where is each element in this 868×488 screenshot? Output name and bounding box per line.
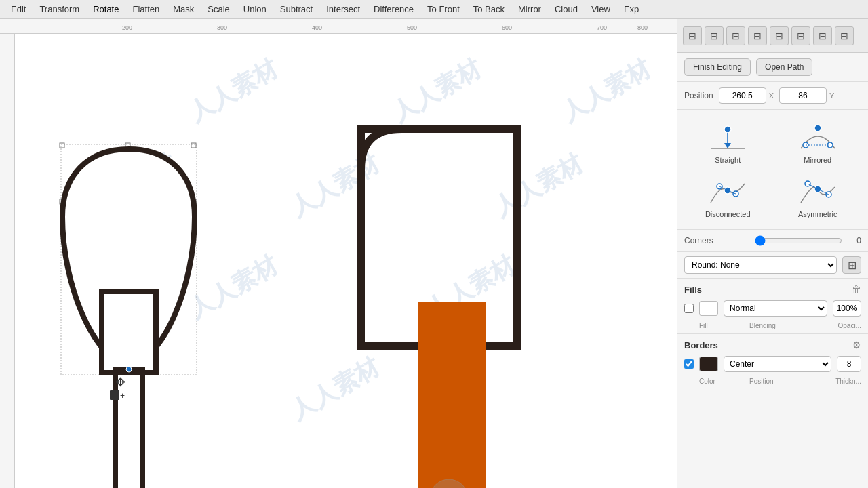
canvas-area[interactable]: // We'll draw ticks via inline SVG eleme…	[0, 19, 677, 488]
round-select[interactable]: Round: None Round: All Round: Some	[684, 256, 837, 274]
fills-section: Fills 🗑 Normal Multiply Screen Fill Blen…	[677, 279, 868, 334]
border-position-label: Position	[749, 378, 830, 385]
corners-label: Corners	[684, 236, 749, 245]
fill-opacity-input[interactable]	[833, 300, 861, 317]
ruler-label-800: 800	[637, 24, 648, 31]
round-row: Round: None Round: All Round: Some ⊞	[677, 252, 868, 279]
straight-label: Straight	[715, 156, 741, 164]
fill-color-label: Fill	[699, 322, 719, 329]
corners-slider[interactable]	[755, 235, 842, 246]
open-path-button[interactable]: Open Path	[756, 58, 812, 76]
align-btn-8[interactable]: ⊟	[835, 26, 854, 45]
mirrored-icon	[797, 121, 838, 155]
align-btn-7[interactable]: ⊟	[813, 26, 832, 45]
borders-gear-icon[interactable]: ⚙	[852, 340, 861, 350]
svg-marker-20	[724, 143, 731, 148]
border-thickness-input[interactable]	[837, 356, 861, 372]
asymmetric-label: Asymmetric	[798, 210, 837, 218]
ruler-label-700: 700	[597, 24, 607, 31]
node-type-mirrored[interactable]: Mirrored	[774, 117, 862, 168]
ruler-top: // We'll draw ticks via inline SVG eleme…	[0, 19, 677, 34]
svg-point-22	[814, 125, 821, 131]
corners-row: Corners 0	[677, 230, 868, 252]
finish-editing-button[interactable]: Finish Editing	[684, 58, 751, 76]
menu-cloud[interactable]: Cloud	[549, 3, 583, 16]
border-thickness-label: Thickn...	[835, 378, 861, 385]
svg-rect-11	[110, 390, 119, 400]
y-axis-label: Y	[829, 92, 834, 100]
node-types: Straight Mirrored	[677, 110, 868, 230]
menu-transform[interactable]: Transform	[34, 3, 85, 16]
canvas-svg: ✥ + 人人素材 人人素材	[15, 34, 677, 488]
menu-flatten[interactable]: Flatten	[127, 3, 165, 16]
fills-row: Normal Multiply Screen	[677, 298, 868, 322]
fill-enabled-checkbox[interactable]	[684, 304, 694, 313]
svg-text:+: +	[120, 391, 125, 401]
menu-bar: Edit Transform Rotate Flatten Mask Scale…	[0, 0, 868, 19]
node-type-asymmetric[interactable]: Asymmetric	[774, 171, 862, 222]
border-color-swatch[interactable]	[699, 357, 718, 371]
menu-to-back[interactable]: To Back	[468, 3, 510, 16]
fill-color-swatch[interactable]	[699, 301, 718, 316]
border-enabled-checkbox[interactable]	[684, 359, 694, 369]
menu-mask[interactable]: Mask	[167, 3, 199, 16]
node-type-straight[interactable]: Straight	[684, 117, 772, 168]
svg-rect-7	[102, 291, 156, 373]
ruler-label-600: 600	[502, 24, 512, 31]
align-btn-3[interactable]: ⊟	[726, 26, 745, 45]
menu-union[interactable]: Union	[238, 3, 272, 16]
canvas[interactable]: 人人素材 人人素材 人人素材 人人素材 人人素材 人人素材 人人素材 人人素材 …	[15, 34, 677, 488]
ruler-label-400: 400	[312, 24, 322, 31]
align-btn-1[interactable]: ⊟	[683, 26, 702, 45]
fills-title: Fills	[684, 285, 848, 295]
mirrored-label: Mirrored	[804, 156, 831, 164]
position-y-input[interactable]	[779, 87, 827, 104]
panel-toolbar: ⊟ ⊟ ⊟ ⊟ ⊟ ⊟ ⊟ ⊟	[677, 19, 868, 53]
align-btn-4[interactable]: ⊟	[748, 26, 767, 45]
node-type-disconnected[interactable]: Disconnected	[684, 171, 772, 222]
borders-row: Center Inside Outside	[677, 353, 868, 378]
menu-mirror[interactable]: Mirror	[513, 3, 547, 16]
right-panel: ⊟ ⊟ ⊟ ⊟ ⊟ ⊟ ⊟ ⊟ Finish Editing Open Path…	[677, 19, 868, 488]
border-color-label: Color	[699, 378, 719, 385]
menu-view[interactable]: View	[586, 3, 616, 16]
menu-rotate[interactable]: Rotate	[87, 3, 124, 16]
align-btn-5[interactable]: ⊟	[770, 26, 789, 45]
round-action-button[interactable]: ⊞	[842, 256, 861, 274]
svg-point-19	[724, 126, 731, 133]
disconnected-icon	[707, 175, 748, 209]
menu-difference[interactable]: Difference	[368, 3, 419, 16]
disconnected-label: Disconnected	[705, 210, 751, 218]
align-btn-6[interactable]: ⊟	[791, 26, 810, 45]
svg-rect-2	[60, 143, 64, 148]
align-btn-2[interactable]: ⊟	[705, 26, 724, 45]
borders-section: Borders ⚙ Center Inside Outside Color Po…	[677, 334, 868, 389]
ruler-label-200: 200	[122, 24, 132, 31]
asymmetric-icon	[797, 175, 838, 209]
position-x-input[interactable]	[719, 87, 766, 104]
fill-blending-label: Blending	[749, 322, 833, 329]
menu-scale[interactable]: Scale	[202, 3, 235, 16]
svg-rect-4	[191, 143, 196, 148]
menu-to-front[interactable]: To Front	[422, 3, 465, 16]
borders-title: Borders	[684, 340, 848, 350]
fill-opacity-label: Opaci...	[838, 322, 861, 329]
ruler-label-300: 300	[217, 24, 227, 31]
position-row: Position X Y	[677, 82, 868, 110]
menu-edit[interactable]: Edit	[5, 3, 31, 16]
svg-rect-13	[418, 302, 486, 488]
border-position-select[interactable]: Center Inside Outside	[724, 356, 831, 372]
fill-blending-select[interactable]: Normal Multiply Screen	[724, 300, 827, 317]
svg-text:✥: ✥	[115, 375, 125, 389]
fills-trash-icon[interactable]: 🗑	[852, 284, 861, 295]
ruler-left	[0, 34, 15, 488]
menu-exp[interactable]: Exp	[618, 3, 644, 16]
position-label: Position	[684, 91, 713, 100]
menu-intersect[interactable]: Intersect	[321, 3, 366, 16]
straight-icon	[707, 121, 748, 155]
ruler-label-500: 500	[407, 24, 417, 31]
corners-value: 0	[848, 236, 861, 245]
menu-subtract[interactable]: Subtract	[275, 3, 318, 16]
x-axis-label: X	[769, 92, 774, 100]
edit-path-row: Finish Editing Open Path	[677, 53, 868, 82]
